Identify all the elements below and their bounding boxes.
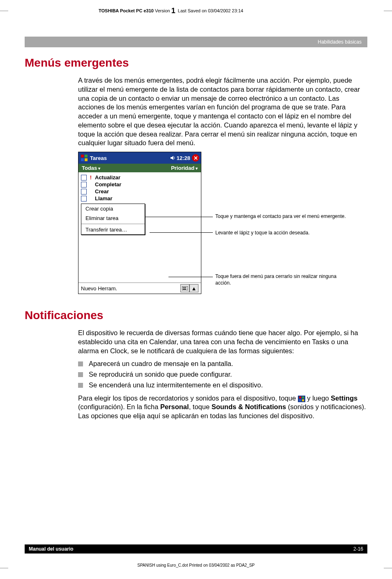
version-label: Version — [155, 8, 170, 13]
context-menu: Crear copia Eliminar tarea Transferir ta… — [81, 204, 145, 235]
list-item: Se reproducirá un sonido que puede confi… — [78, 370, 367, 379]
task-row[interactable]: Llamar — [81, 195, 198, 202]
callout-1: Toque y mantenga el contacto para ver el… — [215, 213, 351, 220]
breadcrumb-text: Habilidades básicas — [318, 39, 362, 45]
list-item: Aparecerá un cuadro de mensaje en la pan… — [78, 359, 367, 368]
svg-rect-12 — [302, 399, 304, 401]
section1-paragraph: A través de los menús emergentes, podrá … — [78, 76, 367, 148]
para2-sounds: Sounds & Notifications — [212, 403, 286, 410]
menu-separator — [81, 224, 145, 224]
section-title-notifications: Notificaciones — [25, 309, 367, 322]
device-command-bar: Nuevo Herram. ▲ — [78, 283, 201, 294]
task-label: Llamar — [95, 195, 113, 201]
svg-rect-8 — [183, 289, 186, 290]
svg-rect-3 — [85, 158, 88, 161]
speaker-icon[interactable] — [170, 155, 176, 161]
checkbox-icon[interactable] — [81, 182, 87, 188]
task-label: Completar — [95, 181, 121, 188]
svg-rect-5 — [183, 287, 184, 288]
menu-item-delete[interactable]: Eliminar tarea — [81, 213, 145, 223]
start-icon[interactable] — [80, 154, 88, 162]
close-icon[interactable]: ✕ — [192, 154, 199, 162]
task-row[interactable]: ! Actualizar — [81, 174, 198, 181]
device-clock[interactable]: 12:28 — [177, 155, 190, 161]
task-row[interactable]: Completar — [81, 181, 198, 188]
svg-rect-2 — [81, 158, 84, 161]
checkbox-icon[interactable] — [81, 189, 87, 195]
filter-priority[interactable]: Prioridad — [171, 165, 198, 171]
command-bar-left: Nuevo Herram. — [81, 285, 117, 292]
device-titlebar: Tareas 12:28 ✕ — [78, 152, 201, 164]
keyboard-icon[interactable] — [180, 284, 189, 292]
svg-rect-4 — [182, 286, 188, 290]
page-footer: Manual del usuario 2-16 — [25, 544, 367, 554]
footer-left: Manual del usuario — [29, 546, 74, 552]
menu-item-transfer[interactable]: Transferir tarea… — [81, 225, 145, 234]
task-row[interactable]: Crear — [81, 188, 198, 195]
svg-rect-1 — [85, 155, 88, 157]
priority-icon: ! — [89, 174, 92, 181]
para2-mid3: , toque — [189, 403, 212, 410]
tools-button-label[interactable]: Herram. — [98, 285, 117, 292]
up-arrow-icon[interactable]: ▲ — [189, 284, 198, 292]
running-header: TOSHIBA Pocket PC e310 Version 1 Last Sa… — [25, 0, 367, 19]
device-title: Tareas — [90, 155, 170, 161]
task-label: Crear — [95, 188, 109, 195]
para2-personal: Personal — [160, 403, 189, 410]
saved-info: Last Saved on 03/04/2002 23:14 — [178, 8, 243, 13]
svg-rect-10 — [302, 396, 304, 398]
checkbox-icon[interactable] — [81, 175, 87, 181]
task-list: ! Actualizar Completar Crear Llamar — [78, 172, 201, 203]
svg-rect-7 — [185, 287, 186, 288]
list-item: Se encenderá una luz intermitentemente e… — [78, 381, 367, 390]
svg-rect-11 — [299, 399, 301, 401]
new-button-label[interactable]: Nuevo — [81, 285, 97, 292]
print-info: SPANISH using Euro_C.dot Printed on 03/0… — [0, 563, 392, 567]
menu-item-copy[interactable]: Crear copia — [81, 204, 145, 213]
section-title-menus: Menús emergentes — [25, 56, 367, 69]
svg-rect-6 — [184, 287, 185, 288]
section2-paragraph2: Para elegir los tipos de recordatorios y… — [78, 394, 367, 421]
device-filter-bar: Todas Prioridad — [78, 164, 201, 172]
version-number: 1 — [171, 7, 175, 15]
start-icon — [298, 396, 305, 402]
para2-settings: Settings — [331, 394, 357, 402]
para2-mid1: y luego — [305, 394, 331, 402]
para2-mid2: (configuración). En la ficha — [78, 403, 160, 410]
callout-3: Toque fuera del menú para cerrarlo sin r… — [215, 273, 351, 286]
notification-list: Aparecerá un cuadro de mensaje en la pan… — [78, 359, 367, 389]
breadcrumb: Habilidades básicas — [25, 37, 367, 47]
device-screenshot: Tareas 12:28 ✕ Todas Prioridad ! Actuali… — [78, 152, 201, 294]
checkbox-icon[interactable] — [81, 196, 87, 201]
section2-paragraph1: El dispositivo le recuerda de diversas f… — [78, 329, 367, 355]
task-label: Actualizar — [95, 174, 120, 181]
product-name: TOSHIBA Pocket PC e310 — [99, 8, 154, 13]
filter-category[interactable]: Todas — [82, 165, 100, 171]
para2-pre: Para elegir los tipos de recordatorios y… — [78, 394, 298, 402]
svg-rect-0 — [81, 155, 84, 157]
footer-page: 2-16 — [353, 546, 363, 552]
callout-2: Levante el lápiz y toque la acción desea… — [215, 230, 351, 236]
svg-rect-9 — [299, 396, 301, 398]
